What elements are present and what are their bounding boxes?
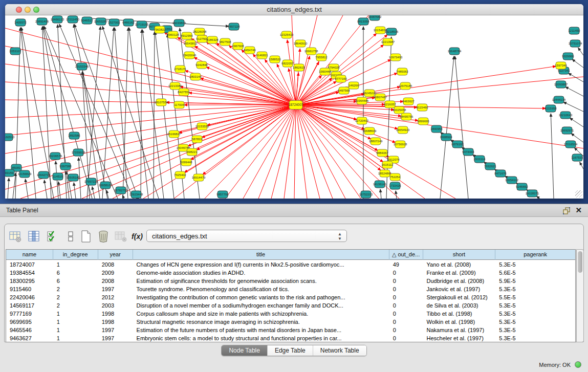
table-row[interactable]: 946554611997Estimation of the future num… [6, 326, 575, 334]
graph-node-17359928[interactable]: 17359928 [72, 149, 85, 156]
graph-node-16961758[interactable]: 16961758 [304, 48, 318, 55]
graph-node-12975185[interactable]: 12975185 [399, 82, 412, 90]
graph-node-12325419[interactable]: 12325419 [280, 31, 294, 38]
network-window[interactable]: citations_edges.txt 18724007140557220891… [5, 4, 583, 199]
graph-node-8427552[interactable]: 8427552 [178, 89, 190, 96]
graph-node-7955812[interactable]: 7955812 [315, 54, 328, 61]
graph-node-6822057[interactable]: 6822057 [281, 60, 294, 67]
graph-node-20153346[interactable]: 20153346 [75, 63, 89, 70]
column-header-pagerank[interactable]: pagerank [495, 250, 575, 260]
graph-node-9777169[interactable]: 9777169 [335, 75, 347, 82]
hub-node-18724007[interactable]: 18724007 [289, 101, 303, 110]
table-row[interactable]: 911546021997Tourette syndrome. Phenomeno… [6, 285, 575, 293]
graph-node-9899695[interactable]: 9899695 [417, 118, 429, 125]
graph-node-15166827[interactable]: 15166827 [167, 130, 181, 138]
table-body[interactable]: 1872400712008Changes of HCN gene express… [6, 260, 575, 342]
graph-node-16033809[interactable]: 16033809 [172, 19, 186, 27]
graph-node-8912954[interactable]: 8912954 [181, 32, 193, 39]
graph-node-10973493[interactable]: 10973493 [389, 54, 403, 61]
graph-node-20364486[interactable]: 20364486 [355, 97, 369, 104]
graph-node-10719155[interactable]: 10719155 [135, 21, 149, 28]
graph-node-10154838[interactable]: 10154838 [374, 27, 387, 34]
graph-node-1527002[interactable]: 1527002 [108, 19, 120, 26]
graph-node-12923448[interactable]: 12923448 [129, 191, 143, 198]
graph-node-12213987[interactable]: 12213987 [381, 38, 395, 46]
scrollbar-thumb[interactable] [578, 251, 582, 273]
graph-node-8186328[interactable]: 8186328 [206, 36, 219, 43]
select-rows-icon[interactable] [46, 229, 59, 244]
tab-network-table[interactable]: Network Table [313, 345, 366, 356]
graph-node-7485063[interactable]: 7485063 [396, 68, 408, 75]
graph-node-587833[interactable]: 587833 [192, 136, 203, 143]
graph-node-9474444[interactable]: 9474444 [462, 148, 474, 156]
graph-node-6879197[interactable]: 6879197 [451, 141, 464, 148]
graph-node-9215958[interactable]: 9215958 [545, 105, 557, 112]
graph-node-8960128[interactable]: 8960128 [167, 31, 179, 38]
node-table[interactable]: namein_degreeyeartitle△ out_de...shortpa… [6, 249, 576, 342]
column-header-title[interactable]: title [133, 250, 389, 260]
graph-node-9242848[interactable]: 9242848 [195, 61, 208, 69]
graph-node-8813054[interactable]: 8813054 [357, 18, 369, 25]
table-row[interactable]: 969969511998Structural magnetic resonanc… [6, 318, 575, 326]
graph-node-16028371[interactable]: 16028371 [526, 190, 539, 197]
graph-node-1862615[interactable]: 1862615 [293, 64, 305, 71]
graph-node-12720407[interactable]: 12720407 [355, 117, 369, 124]
graph-node-1615112[interactable]: 1615112 [382, 161, 394, 168]
graph-node-7625402[interactable]: 7625402 [174, 171, 186, 179]
row-height-icon[interactable] [64, 229, 77, 244]
graph-node-117006[interactable]: 117006 [174, 101, 184, 108]
graph-node-1167533[interactable]: 1167533 [572, 154, 583, 161]
graph-node-16782759[interactable]: 16782759 [114, 187, 128, 194]
graph-node-12156829[interactable]: 12156829 [18, 170, 32, 178]
graph-node-6099448[interactable]: 6099448 [180, 159, 192, 166]
graph-node-18107554[interactable]: 18107554 [155, 99, 168, 106]
graph-node-8471676[interactable]: 8471676 [494, 170, 507, 177]
window-titlebar[interactable]: citations_edges.txt [5, 4, 583, 15]
graph-node-19654923[interactable]: 19654923 [396, 126, 410, 134]
column-header-year[interactable]: year [98, 250, 133, 260]
graph-node-8454749[interactable]: 8454749 [244, 47, 256, 54]
graph-node-9827508[interactable]: 9827508 [219, 38, 231, 46]
float-panel-icon[interactable] [562, 207, 571, 215]
graph-node-12505185[interactable]: 12505185 [67, 174, 80, 181]
graph-node-12153553[interactable]: 12153553 [195, 123, 209, 130]
graph-node-1588520[interactable]: 1588520 [269, 56, 281, 63]
graph-node-16958107[interactable]: 16958107 [99, 182, 113, 189]
graph-node-9397588[interactable]: 9397588 [59, 163, 72, 170]
graph-node-12093887[interactable]: 12093887 [554, 81, 568, 88]
column-header-in-degree[interactable]: in_degree [53, 250, 98, 260]
graph-node-2053107[interactable]: 2053107 [9, 48, 21, 55]
graph-node-16487682[interactable]: 16487682 [368, 15, 382, 20]
table-row[interactable]: 1456911722003Disruption of a novel membe… [6, 301, 575, 310]
column-header-name[interactable]: name [6, 250, 53, 260]
graph-node-9146821[interactable]: 9146821 [256, 52, 268, 59]
graph-node-18640910[interactable]: 18640910 [294, 40, 308, 47]
graph-node-9115460[interactable]: 9115460 [417, 104, 429, 111]
graph-node-16752203[interactable]: 16752203 [359, 191, 373, 198]
graph-node-1405572[interactable]: 1405572 [14, 19, 27, 26]
graph-node-10654112[interactable]: 10654112 [505, 177, 519, 184]
table-row[interactable]: 2242004622012Investigating the contribut… [6, 293, 575, 301]
column-header-short[interactable]: short [423, 250, 496, 260]
graph-node-6497568[interactable]: 6497568 [338, 87, 350, 94]
tab-edge-table[interactable]: Edge Table [268, 345, 313, 356]
graph-node-28226058[interactable]: 28226058 [193, 28, 207, 35]
new-table-icon[interactable] [79, 229, 93, 244]
table-selector-dropdown[interactable]: citations_edges.txt ▲▼ [146, 230, 347, 242]
graph-node-23420046[interactable]: 23420046 [183, 52, 197, 59]
graph-node-2933114[interactable]: 2933114 [474, 156, 486, 163]
resize-grip[interactable] [575, 190, 582, 198]
graph-node-2967608[interactable]: 2967608 [232, 42, 244, 50]
graph-node-10653287[interactable]: 10653287 [94, 18, 108, 25]
table-header-row[interactable]: namein_degreeyeartitle△ out_de...shortpa… [6, 250, 575, 260]
graph-node-20891406[interactable]: 20891406 [35, 18, 49, 25]
graph-node-12444134[interactable]: 12444134 [552, 96, 566, 103]
graph-node-12942737[interactable]: 12942737 [37, 171, 51, 179]
graph-node-16648784[interactable]: 16648784 [448, 48, 462, 55]
graph-node-17016504[interactable]: 17016504 [564, 141, 578, 148]
vertical-scrollbar[interactable] [576, 249, 584, 342]
graph-node-1211450[interactable]: 1211450 [569, 27, 581, 34]
graph-node-17211450[interactable]: 17211450 [66, 16, 80, 23]
graph-node-17957223[interactable]: 17957223 [84, 178, 98, 185]
graph-node-9046517[interactable]: 9046517 [81, 17, 93, 24]
